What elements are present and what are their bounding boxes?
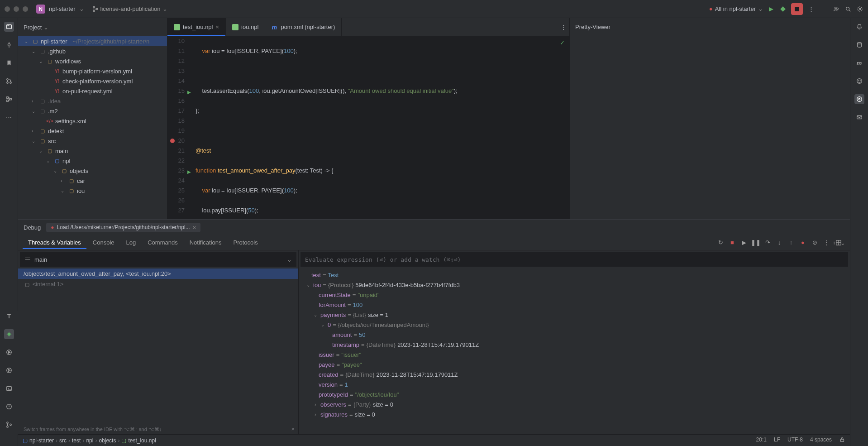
- tree-item[interactable]: Y!bump-platform-version.yml: [18, 66, 167, 76]
- more-tools-icon[interactable]: ⋯: [4, 112, 14, 122]
- debug-tab-threads[interactable]: Threads & Variables: [23, 236, 86, 249]
- variables-tree[interactable]: test = Test ⌄iou = {Protocol} 59de64bf-2…: [299, 269, 850, 434]
- svg-point-32: [10, 424, 12, 426]
- pretty-viewer-panel: Pretty-Viewer: [569, 18, 850, 219]
- project-tree[interactable]: ⌄▢ npl-starter ~/Projects/github/npl-sta…: [18, 36, 167, 219]
- pretty-viewer-title: Pretty-Viewer: [575, 24, 844, 30]
- window-controls[interactable]: [5, 6, 28, 12]
- debug-tab-notifications[interactable]: Notifications: [184, 236, 227, 249]
- debug-tab-protocols[interactable]: Protocols: [228, 236, 263, 249]
- caret-position[interactable]: 20:1: [756, 436, 767, 444]
- step-into-icon[interactable]: ↓: [775, 238, 784, 247]
- collab-icon[interactable]: [833, 5, 840, 13]
- more-actions-icon[interactable]: ⋮: [807, 5, 815, 13]
- status-bar: ▢ npl-starter ›src ›test ›npl ›objects ›…: [18, 434, 850, 446]
- code-editor[interactable]: ✓ 1011121314 15▶ 16171819 20 2122 23▶ 24…: [167, 36, 569, 219]
- resume-icon[interactable]: ▶: [739, 238, 749, 247]
- tree-item[interactable]: ⌄▢src: [18, 136, 167, 146]
- run-tool-icon[interactable]: [4, 347, 14, 357]
- maven-tool-icon[interactable]: m: [854, 58, 864, 68]
- stop-button[interactable]: [791, 3, 803, 15]
- tree-item[interactable]: ›▢detekt: [18, 126, 167, 136]
- evaluate-expression-input[interactable]: Evaluate expression (⏎) or add a watch (…: [300, 252, 848, 267]
- debug-more-icon[interactable]: ⋮: [822, 238, 831, 247]
- tree-item[interactable]: ⌄▢.m2: [18, 106, 167, 116]
- structure-tool-icon[interactable]: [4, 94, 14, 104]
- stop-icon[interactable]: ■: [728, 238, 737, 247]
- commit-tool-icon[interactable]: [4, 40, 14, 50]
- terminal-tool-icon[interactable]: [4, 384, 14, 393]
- bookmark-tool-icon[interactable]: [4, 58, 14, 68]
- sidebar-header[interactable]: Project⌄: [18, 18, 167, 36]
- file-encoding[interactable]: UTF-8: [787, 436, 803, 444]
- notifications-icon[interactable]: [854, 22, 864, 32]
- debug-panel: Debug ●Load /Users/miketurner/Projects/g…: [18, 219, 850, 434]
- tree-item[interactable]: ⌄▢iou: [18, 186, 167, 196]
- debug-tab-console[interactable]: Console: [87, 236, 120, 249]
- thread-selector[interactable]: main ⌄: [20, 252, 296, 267]
- tree-item[interactable]: Y!check-platform-version.yml: [18, 76, 167, 86]
- step-out-icon[interactable]: ↑: [787, 238, 796, 247]
- svg-rect-24: [857, 116, 862, 119]
- gear-icon[interactable]: [856, 5, 863, 13]
- tab-iou[interactable]: iou.npl: [226, 18, 265, 36]
- close-icon[interactable]: ×: [193, 224, 196, 231]
- indent-setting[interactable]: 4 spaces: [810, 436, 832, 444]
- debug-tab-log[interactable]: Log: [121, 236, 142, 249]
- stack-frame[interactable]: /objects/test_amount_owed_after_pay, <te…: [18, 269, 298, 279]
- debug-tool-icon[interactable]: [4, 329, 14, 339]
- database-tool-icon[interactable]: [854, 40, 864, 50]
- project-tool-icon[interactable]: [4, 22, 14, 32]
- maximize-window[interactable]: [23, 6, 28, 12]
- view-breakpoints-icon[interactable]: ●: [798, 238, 807, 247]
- mute-breakpoints-icon[interactable]: ⊘: [810, 238, 819, 247]
- mail-tool-icon[interactable]: [854, 112, 864, 122]
- search-icon[interactable]: [844, 5, 852, 13]
- tree-item[interactable]: ›▢.idea: [18, 96, 167, 106]
- run-button[interactable]: ▶: [768, 5, 775, 13]
- minimize-window[interactable]: [14, 6, 19, 12]
- run-configuration[interactable]: ● All in npl-starter ⌄: [709, 5, 763, 12]
- tree-item[interactable]: ⌄▢workflows: [18, 56, 167, 66]
- stack-frame[interactable]: ▢ <internal:1>: [18, 279, 298, 290]
- tree-item[interactable]: ⌄▢objects: [18, 166, 167, 176]
- services-tool-icon[interactable]: [4, 365, 14, 375]
- breakpoint-icon[interactable]: [170, 139, 175, 143]
- tab-pom[interactable]: mpom.xml (npl-starter): [265, 18, 342, 36]
- rerun-icon[interactable]: ↻: [716, 238, 725, 247]
- pause-icon[interactable]: ❚❚: [751, 238, 760, 247]
- breadcrumb[interactable]: ▢ npl-starter ›src ›test ›npl ›objects ›…: [23, 437, 156, 444]
- svg-point-21: [860, 80, 860, 81]
- project-name[interactable]: npl-starter: [49, 5, 76, 12]
- tree-item[interactable]: Y!on-pull-request.yml: [18, 86, 167, 96]
- svg-point-18: [857, 43, 861, 44]
- svg-point-6: [846, 7, 849, 10]
- vcs-tool-icon[interactable]: [4, 420, 14, 430]
- pull-requests-icon[interactable]: [4, 76, 14, 86]
- chevron-down-icon[interactable]: ⌄: [79, 5, 84, 12]
- tree-item[interactable]: ⌄▢npl: [18, 156, 167, 166]
- line-separator[interactable]: LF: [774, 436, 780, 444]
- text-tool-icon[interactable]: T: [4, 311, 14, 321]
- tree-item[interactable]: ⌄▢.github: [18, 46, 167, 56]
- close-tip-icon[interactable]: ×: [291, 426, 295, 432]
- close-tab-icon[interactable]: ×: [216, 24, 219, 30]
- step-over-icon[interactable]: ↷: [763, 238, 772, 247]
- emoji-tool-icon[interactable]: [854, 76, 864, 86]
- close-window[interactable]: [5, 6, 10, 12]
- problems-tool-icon[interactable]: [4, 402, 14, 412]
- code-content[interactable]: var iou = Iou[ISSUER, PAYEE](100); test.…: [190, 36, 569, 219]
- debug-run-config[interactable]: ●Load /Users/miketurner/Projects/github/…: [46, 223, 200, 232]
- vcs-branch[interactable]: license-and-publication ⌄: [92, 5, 167, 12]
- tree-root[interactable]: ⌄▢ npl-starter ~/Projects/github/npl-sta…: [18, 36, 167, 46]
- tree-item[interactable]: ⌄▢main: [18, 146, 167, 156]
- tree-item[interactable]: </>settings.xml: [18, 116, 167, 126]
- ai-tool-icon[interactable]: [854, 94, 864, 104]
- debug-tab-commands[interactable]: Commands: [142, 236, 183, 249]
- readonly-lock-icon[interactable]: [839, 436, 845, 444]
- tab-more-icon[interactable]: ⋮: [562, 24, 569, 31]
- tree-item[interactable]: ›▢car: [18, 176, 167, 186]
- tab-test-iou[interactable]: test_iou.npl×: [167, 18, 226, 36]
- svg-point-30: [7, 422, 9, 424]
- debug-button[interactable]: [779, 5, 787, 13]
